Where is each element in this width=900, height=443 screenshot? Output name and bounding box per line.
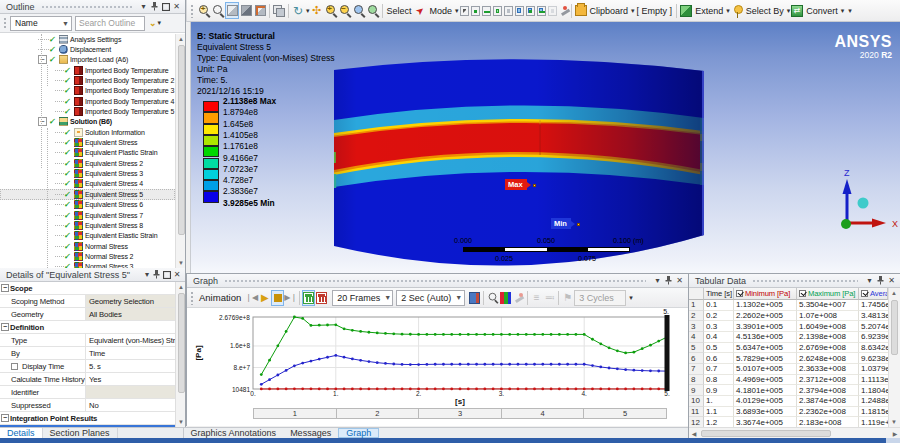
tree-item-equivalent-stress-4[interactable]: ✓Equivalent Stress 4 bbox=[0, 179, 175, 189]
chart-option-icon[interactable]: ≡ bbox=[530, 290, 543, 306]
details-group-scope[interactable]: −Scope bbox=[0, 282, 175, 295]
zoom-in-tool-icon[interactable]: + bbox=[324, 2, 338, 19]
table-row[interactable]: 101.4.0129e+0052.3874e+0081.2488e+008 bbox=[689, 396, 888, 407]
details-scrollbar[interactable]: ▲ ▼ bbox=[175, 282, 185, 427]
details-maximize-icon[interactable] bbox=[162, 269, 172, 280]
details-menu-arrow-icon[interactable]: ▾ bbox=[142, 269, 152, 280]
display-time-checkbox[interactable] bbox=[11, 363, 18, 370]
convert-dropdown-arrow[interactable]: ▾ bbox=[841, 7, 845, 15]
rgb-columns-icon[interactable] bbox=[499, 290, 512, 306]
box-zoom-icon[interactable] bbox=[211, 2, 225, 19]
outline-scrollbar[interactable]: ▲ ▼ bbox=[175, 34, 185, 268]
table-row[interactable]: 111.13.6893e+0052.2362e+0081.1815e+008 bbox=[689, 407, 888, 418]
mode-label[interactable]: Mode bbox=[430, 6, 453, 16]
extend-selection-dim-icon[interactable] bbox=[547, 2, 558, 19]
frames-dropdown[interactable]: 20 Frames ▼ bbox=[332, 290, 393, 306]
details-prop-value[interactable]: 5. s bbox=[86, 360, 175, 372]
tree-item-equivalent-stress-3[interactable]: ✓Equivalent Stress 3 bbox=[0, 168, 175, 178]
minimum-checkbox[interactable] bbox=[736, 290, 743, 297]
min-annotation-tag[interactable]: Min bbox=[551, 218, 571, 229]
magic-wand-icon[interactable] bbox=[558, 2, 569, 19]
outline-maximize-icon[interactable] bbox=[160, 1, 171, 12]
minimum-column-header[interactable]: Minimum [Pa] bbox=[734, 288, 797, 300]
tabular-vertical-scrollbar[interactable]: ▲ ▼ bbox=[888, 288, 900, 427]
table-row[interactable]: 40.44.5136e+0052.1398e+0086.9239e+007 bbox=[689, 332, 888, 343]
extend-icon[interactable] bbox=[679, 2, 693, 19]
shaded-exterior-icon[interactable] bbox=[225, 2, 239, 19]
scrollbar-thumb[interactable] bbox=[701, 430, 831, 437]
scroll-down-icon[interactable]: ▼ bbox=[176, 258, 186, 268]
details-row-type[interactable]: TypeEquivalent (von-Mises) Str... bbox=[0, 334, 175, 347]
select-vertex-icon[interactable] bbox=[470, 2, 481, 19]
extend-to-limits-icon[interactable] bbox=[525, 2, 536, 19]
clipboard-label[interactable]: Clipboard bbox=[590, 6, 629, 16]
select-by-icon[interactable] bbox=[730, 2, 744, 19]
tree-item-equivalent-stress-6[interactable]: ✓Equivalent Stress 6 bbox=[0, 200, 175, 210]
go-to-start-icon[interactable]: ❘◀ bbox=[245, 290, 258, 306]
scroll-up-icon[interactable]: ▲ bbox=[176, 34, 186, 44]
details-prop-value[interactable]: No bbox=[86, 399, 175, 411]
details-prop-value[interactable]: Time bbox=[86, 347, 175, 359]
tree-item-analysis-settings[interactable]: ✓Analysis Settings bbox=[0, 34, 175, 44]
cycles-flag-icon[interactable]: ⚑ bbox=[561, 290, 574, 306]
pan-icon[interactable]: ✣ bbox=[310, 2, 324, 19]
zoom-in-icon[interactable]: + bbox=[197, 2, 211, 19]
details-pin-icon[interactable] bbox=[152, 269, 162, 280]
select-body-icon[interactable] bbox=[503, 2, 514, 19]
extend-to-adjacent-icon[interactable] bbox=[514, 2, 525, 19]
graph-pin-icon[interactable] bbox=[663, 275, 674, 286]
select-edge-icon[interactable] bbox=[481, 2, 492, 19]
filter-grip[interactable] bbox=[3, 17, 7, 29]
graphics-viewport[interactable]: B: Static Structural Equivalent Stress 5… bbox=[186, 22, 900, 273]
collapse-icon[interactable]: − bbox=[1, 284, 9, 292]
rotate-icon[interactable]: ↻ bbox=[291, 2, 305, 19]
filter-overflow-arrow[interactable]: ▾ bbox=[158, 19, 162, 27]
scroll-up-icon[interactable]: ▲ bbox=[176, 282, 186, 292]
tree-item-equivalent-stress-2[interactable]: ✓Equivalent Stress 2 bbox=[0, 158, 175, 168]
details-group-definition[interactable]: −Definition bbox=[0, 321, 175, 334]
tree-item-displacement[interactable]: ✓Displacement bbox=[0, 44, 175, 54]
collapse-icon[interactable]: − bbox=[1, 414, 9, 422]
toolbar-grip[interactable] bbox=[190, 291, 194, 305]
wireframe-icon[interactable] bbox=[239, 2, 253, 19]
tree-item-equivalent-plastic-strain[interactable]: ✓Equivalent Plastic Strain bbox=[0, 148, 175, 158]
convert-label[interactable]: Convert bbox=[806, 6, 838, 16]
toolbar-overflow-arrow[interactable]: ▾ bbox=[848, 7, 852, 15]
orientation-triad[interactable]: Z X bbox=[816, 167, 900, 235]
tab-details[interactable]: Details bbox=[0, 428, 43, 438]
tree-item-imported-body-temperature-4[interactable]: ✓Imported Body Temperature 4 bbox=[0, 96, 175, 106]
details-row-display-time[interactable]: Display Time5. s bbox=[0, 360, 175, 373]
zoom-fit-icon[interactable] bbox=[352, 2, 366, 19]
scroll-up-icon[interactable]: ▲ bbox=[889, 288, 899, 298]
select-face-icon[interactable] bbox=[492, 2, 503, 19]
outline-pin-icon[interactable] bbox=[149, 1, 160, 12]
tree-item-equivalent-stress-5[interactable]: ✓Equivalent Stress 5 bbox=[0, 189, 175, 199]
stop-icon[interactable] bbox=[271, 290, 284, 306]
details-row-by[interactable]: ByTime bbox=[0, 347, 175, 360]
zoom-fit-chart-icon[interactable] bbox=[486, 290, 499, 306]
collapse-icon[interactable]: − bbox=[1, 323, 9, 331]
tree-item-equivalent-stress-7[interactable]: ✓Equivalent Stress 7 bbox=[0, 210, 175, 220]
details-close-icon[interactable]: ✕ bbox=[172, 269, 182, 280]
details-row-identifier[interactable]: Identifier bbox=[0, 386, 175, 399]
select-label[interactable]: Select bbox=[387, 6, 412, 16]
go-to-end-icon[interactable]: ▶❘ bbox=[284, 290, 297, 306]
outline-close-icon[interactable]: ✕ bbox=[171, 1, 182, 12]
maximum-checkbox[interactable] bbox=[799, 290, 806, 297]
details-prop-value[interactable]: All Bodies bbox=[86, 308, 175, 320]
tree-item-normal-stress-2[interactable]: ✓Normal Stress 2 bbox=[0, 251, 175, 261]
tree-item-imported-body-temperature-3[interactable]: ✓Imported Body Temperature 3 bbox=[0, 86, 175, 96]
tree-item-imported-load-a6-[interactable]: −✓Imported Load (A6) bbox=[0, 55, 175, 65]
select-mode-box-icon[interactable] bbox=[459, 2, 470, 19]
name-filter-dropdown[interactable]: Name ▼ bbox=[10, 16, 72, 31]
tabular-horizontal-scrollbar[interactable]: ◀ ▶ bbox=[689, 427, 900, 438]
convert-icon[interactable]: ⇄ bbox=[790, 2, 804, 19]
scrollbar-thumb[interactable] bbox=[891, 300, 898, 355]
select-all-icon[interactable] bbox=[536, 2, 547, 19]
time-decay-icon[interactable] bbox=[315, 290, 328, 306]
tree-item-normal-stress[interactable]: ✓Normal Stress bbox=[0, 241, 175, 251]
chart-option2-icon[interactable]: ≕ bbox=[543, 290, 556, 306]
details-prop-value[interactable]: Equivalent (von-Mises) Str... bbox=[86, 334, 175, 346]
details-row-geometry[interactable]: GeometryAll Bodies bbox=[0, 308, 175, 321]
time-column-header[interactable]: Time [s] bbox=[704, 288, 734, 300]
